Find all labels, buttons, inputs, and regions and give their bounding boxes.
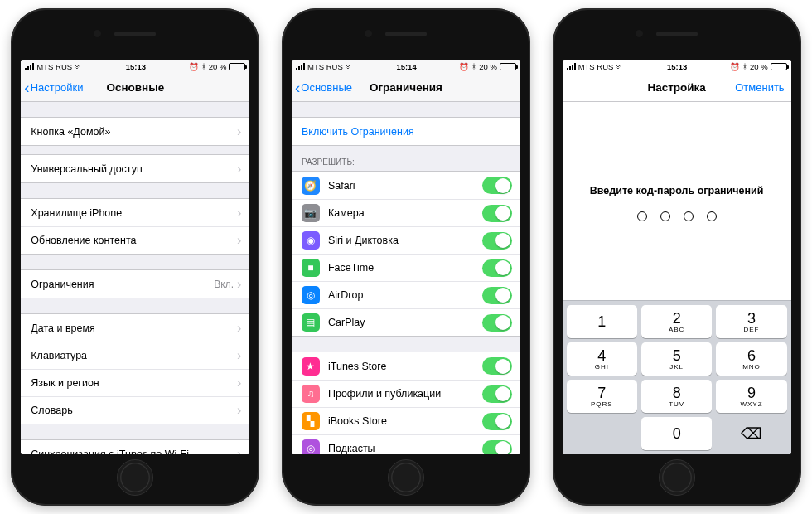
nav-bar: ‹ Основные Ограничения bbox=[292, 74, 520, 102]
row-app-airdrop[interactable]: ◎AirDrop bbox=[292, 281, 520, 308]
toggle-switch[interactable] bbox=[482, 287, 512, 304]
row-app-камера[interactable]: 📷Камера bbox=[292, 199, 520, 226]
status-bar: MTS RUS ᯤ 15:13 ⏰ ᚼ 20 % bbox=[21, 60, 249, 74]
keypad-key-7[interactable]: 7PQRS bbox=[567, 380, 637, 413]
app-icon: ◎ bbox=[302, 286, 320, 304]
row-restrictions[interactable]: ОграниченияВкл.› bbox=[21, 270, 249, 298]
content: Кнопка «Домой»› Универсальный доступ› Хр… bbox=[21, 102, 249, 454]
row-accessibility[interactable]: Универсальный доступ› bbox=[21, 155, 249, 182]
app-label: Siri и Диктовка bbox=[328, 235, 482, 246]
row-date-time[interactable]: Дата и время› bbox=[21, 314, 249, 342]
row-storage[interactable]: Хранилище iPhone› bbox=[21, 199, 249, 226]
passcode-dot bbox=[660, 211, 670, 221]
signal-icon bbox=[296, 63, 305, 70]
keypad-key-6[interactable]: 6MNO bbox=[716, 342, 786, 376]
toggle-switch[interactable] bbox=[482, 205, 512, 222]
toggle-switch[interactable] bbox=[482, 386, 512, 403]
keypad-key-0[interactable]: 0 bbox=[641, 417, 712, 450]
keypad-delete[interactable]: ⌫ bbox=[716, 417, 786, 450]
keypad-key-9[interactable]: 9WXYZ bbox=[716, 380, 786, 413]
toggle-switch[interactable] bbox=[482, 413, 512, 430]
chevron-right-icon: › bbox=[237, 124, 241, 139]
bluetooth-icon: ᚼ bbox=[742, 62, 747, 71]
cancel-button[interactable]: Отменить bbox=[735, 81, 784, 94]
key-letters: DEF bbox=[743, 326, 759, 333]
key-number: 8 bbox=[673, 386, 681, 400]
app-icon: ♫ bbox=[302, 385, 320, 403]
status-time: 15:13 bbox=[667, 62, 687, 71]
row-itunes-wifi-sync[interactable]: Синхронизация с iTunes по Wi-Fi› bbox=[21, 440, 249, 454]
status-bar: MTS RUS ᯤ 15:13 ⏰ ᚼ 20 % bbox=[563, 60, 791, 74]
key-number: 4 bbox=[597, 348, 606, 363]
battery-icon bbox=[500, 63, 516, 70]
key-number: 7 bbox=[597, 386, 606, 400]
chevron-right-icon: › bbox=[237, 162, 241, 177]
nav-bar: Настройка Отменить bbox=[563, 74, 791, 102]
status-bar: MTS RUS ᯤ 15:14 ⏰ ᚼ 20 % bbox=[292, 60, 520, 74]
back-button[interactable]: ‹ Настройки bbox=[21, 81, 83, 94]
home-button[interactable] bbox=[117, 459, 153, 496]
row-app-itunes-store[interactable]: ★iTunes Store bbox=[292, 352, 520, 380]
passcode-dot bbox=[707, 211, 717, 221]
keypad-key-5[interactable]: 5JKL bbox=[641, 342, 712, 376]
battery-icon bbox=[229, 63, 245, 70]
alarm-icon: ⏰ bbox=[459, 62, 469, 71]
keypad-key-2[interactable]: 2ABC bbox=[641, 305, 712, 338]
back-label: Настройки bbox=[31, 81, 84, 94]
back-button[interactable]: ‹ Основные bbox=[292, 81, 352, 94]
app-label: iBooks Store bbox=[328, 415, 482, 427]
passcode-dots bbox=[563, 211, 791, 221]
row-app-подкасты[interactable]: ◎Подкасты bbox=[292, 434, 520, 454]
keypad-key-4[interactable]: 4GHI bbox=[567, 342, 637, 376]
keypad-key-8[interactable]: 8TUV bbox=[641, 380, 712, 413]
app-label: iTunes Store bbox=[328, 361, 482, 372]
key-letters: JKL bbox=[669, 363, 684, 371]
row-app-safari[interactable]: 🧭Safari bbox=[292, 172, 520, 199]
bluetooth-icon: ᚼ bbox=[201, 62, 206, 71]
key-letters: WXYZ bbox=[740, 400, 762, 408]
row-app-ibooks-store[interactable]: ▚iBooks Store bbox=[292, 407, 520, 434]
restrictions-value: Вкл. bbox=[214, 279, 234, 290]
key-number: 0 bbox=[673, 426, 681, 441]
key-letters: MNO bbox=[742, 363, 761, 371]
keypad-key-1[interactable]: 1 bbox=[567, 305, 637, 338]
row-app-carplay[interactable]: ▤CarPlay bbox=[292, 308, 520, 336]
toggle-switch[interactable] bbox=[482, 314, 512, 332]
toggle-switch[interactable] bbox=[482, 177, 512, 194]
home-button[interactable] bbox=[388, 459, 424, 496]
battery-icon bbox=[771, 63, 787, 70]
allow-header: РАЗРЕШИТЬ: bbox=[292, 146, 520, 171]
row-app-профили-и-публикации[interactable]: ♫Профили и публикации bbox=[292, 380, 520, 407]
content: Включить Ограничения РАЗРЕШИТЬ: 🧭Safari📷… bbox=[292, 102, 520, 454]
nav-bar: ‹ Настройки Основные bbox=[21, 74, 249, 102]
phone-2: MTS RUS ᯤ 15:14 ⏰ ᚼ 20 % ‹ Основные Огра… bbox=[282, 8, 530, 506]
toggle-switch[interactable] bbox=[482, 259, 512, 277]
home-button[interactable] bbox=[659, 459, 695, 496]
passcode-dot bbox=[684, 211, 694, 221]
row-keyboard[interactable]: Клавиатура› bbox=[21, 342, 249, 369]
toggle-switch[interactable] bbox=[482, 357, 512, 375]
alarm-icon: ⏰ bbox=[189, 62, 199, 71]
wifi-icon: ᯤ bbox=[616, 62, 624, 71]
chevron-right-icon: › bbox=[237, 233, 241, 248]
toggle-switch[interactable] bbox=[482, 232, 512, 250]
chevron-right-icon: › bbox=[237, 403, 241, 418]
keypad-blank bbox=[567, 417, 637, 450]
row-dictionary[interactable]: Словарь› bbox=[21, 396, 249, 424]
row-home-button[interactable]: Кнопка «Домой»› bbox=[21, 118, 249, 145]
row-enable-restrictions[interactable]: Включить Ограничения bbox=[292, 118, 520, 145]
toggle-switch[interactable] bbox=[482, 440, 512, 455]
keypad-key-3[interactable]: 3DEF bbox=[716, 305, 786, 338]
row-language-region[interactable]: Язык и регион› bbox=[21, 369, 249, 396]
screen-general: MTS RUS ᯤ 15:13 ⏰ ᚼ 20 % ‹ Настройки Осн… bbox=[21, 60, 249, 454]
screen-restrictions: MTS RUS ᯤ 15:14 ⏰ ᚼ 20 % ‹ Основные Огра… bbox=[292, 60, 520, 454]
row-app-facetime[interactable]: ■FaceTime bbox=[292, 254, 520, 281]
app-icon: ▚ bbox=[302, 412, 320, 430]
key-letters: ABC bbox=[669, 326, 684, 333]
row-background-refresh[interactable]: Обновление контента› bbox=[21, 226, 249, 254]
key-letters: GHI bbox=[595, 363, 609, 371]
app-label: Профили и публикации bbox=[328, 388, 482, 400]
key-number: 3 bbox=[747, 311, 756, 326]
passcode-prompt: Введите код-пароль ограничений bbox=[563, 185, 791, 196]
row-app-siri-и-диктовка[interactable]: ◉Siri и Диктовка bbox=[292, 226, 520, 254]
